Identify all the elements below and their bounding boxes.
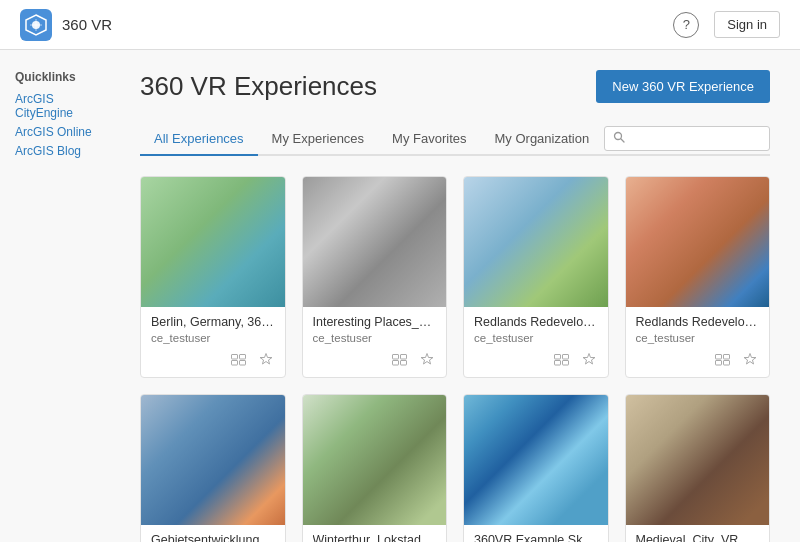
sidebar-link-blog[interactable]: ArcGIS Blog [15, 144, 95, 158]
card-name: Gebietsentwicklung_Man... [151, 533, 275, 542]
svg-marker-18 [583, 354, 595, 365]
svg-marker-13 [421, 354, 433, 365]
tab-my-experiences[interactable]: My Experiences [258, 123, 378, 156]
card-info: Interesting Places_360VR.js ce_testuser [303, 307, 447, 377]
svg-marker-8 [260, 354, 272, 365]
svg-rect-9 [393, 354, 399, 359]
app-layout: Quicklinks ArcGIS CityEngine ArcGIS Onli… [0, 50, 800, 542]
search-input[interactable] [631, 131, 761, 146]
card-thumbnail [303, 177, 447, 307]
svg-rect-20 [724, 354, 730, 359]
card-thumbnail [464, 395, 608, 525]
svg-rect-16 [554, 360, 560, 365]
svg-line-3 [621, 139, 624, 142]
card-thumbnail-toggle[interactable] [552, 351, 572, 371]
card-name: Interesting Places_360VR.js [313, 315, 437, 329]
experience-card[interactable]: Redlands Redevelopment ce_testuser [625, 176, 771, 378]
svg-rect-7 [239, 360, 245, 365]
experience-card[interactable]: 360VR Example Skybridge... ce_testuser [463, 394, 609, 542]
app-title: 360 VR [62, 16, 112, 33]
tabs-row: All Experiences My Experiences My Favori… [140, 123, 770, 156]
card-info: 360VR Example Skybridge... ce_testuser [464, 525, 608, 542]
card-user: ce_testuser [151, 332, 275, 344]
card-name: Winterthur_Lokstadt_v1 c... [313, 533, 437, 542]
svg-rect-17 [562, 360, 568, 365]
card-thumbnail-toggle[interactable] [713, 351, 733, 371]
card-favorite-button[interactable] [741, 350, 759, 371]
page-title: 360 VR Experiences [140, 71, 377, 102]
card-info: Gebietsentwicklung_Man... ce_testuser [141, 525, 285, 542]
card-thumbnail [141, 177, 285, 307]
card-name: Medieval_City_VR [636, 533, 760, 542]
card-thumbnail [303, 395, 447, 525]
sidebar-link-cityengine[interactable]: ArcGIS CityEngine [15, 92, 95, 120]
experience-card[interactable]: Berlin, Germany, 360 VR E... ce_testuser [140, 176, 286, 378]
svg-rect-14 [554, 354, 560, 359]
experience-card[interactable]: Gebietsentwicklung_Man... ce_testuser [140, 394, 286, 542]
card-favorite-button[interactable] [257, 350, 275, 371]
card-name: Redlands Redevelopment ... [474, 315, 598, 329]
card-actions [313, 350, 437, 371]
card-name: Berlin, Germany, 360 VR E... [151, 315, 275, 329]
experience-card[interactable]: Interesting Places_360VR.js ce_testuser [302, 176, 448, 378]
card-favorite-button[interactable] [418, 350, 436, 371]
page-header: 360 VR Experiences New 360 VR Experience [140, 70, 770, 103]
experience-card[interactable]: Redlands Redevelopment ... ce_testuser [463, 176, 609, 378]
new-experience-button[interactable]: New 360 VR Experience [596, 70, 770, 103]
svg-rect-15 [562, 354, 568, 359]
svg-rect-19 [716, 354, 722, 359]
card-favorite-button[interactable] [580, 350, 598, 371]
card-user: ce_testuser [636, 332, 760, 344]
card-thumbnail-toggle[interactable] [390, 351, 410, 371]
card-info: Winterthur_Lokstadt_v1 c... ce_testuser [303, 525, 447, 542]
svg-marker-23 [744, 354, 756, 365]
card-user: ce_testuser [313, 332, 437, 344]
svg-rect-6 [231, 360, 237, 365]
search-box [604, 126, 770, 151]
card-actions [474, 350, 598, 371]
card-info: Redlands Redevelopment ... ce_testuser [464, 307, 608, 377]
experience-card[interactable]: Medieval_City_VR ce_testuser [625, 394, 771, 542]
card-user: ce_testuser [474, 332, 598, 344]
card-info: Berlin, Germany, 360 VR E... ce_testuser [141, 307, 285, 377]
svg-rect-21 [716, 360, 722, 365]
card-info: Medieval_City_VR ce_testuser [626, 525, 770, 542]
card-info: Redlands Redevelopment ce_testuser [626, 307, 770, 377]
sidebar-link-online[interactable]: ArcGIS Online [15, 125, 95, 139]
card-thumbnail [626, 395, 770, 525]
tab-my-organization[interactable]: My Organization [481, 123, 604, 156]
app-header: 360 VR ? Sign in [0, 0, 800, 50]
main-content: 360 VR Experiences New 360 VR Experience… [110, 50, 800, 542]
card-thumbnail [626, 177, 770, 307]
card-name: 360VR Example Skybridge... [474, 533, 598, 542]
svg-rect-4 [231, 354, 237, 359]
card-thumbnail-toggle[interactable] [229, 351, 249, 371]
tab-all-experiences[interactable]: All Experiences [140, 123, 258, 156]
tab-my-favorites[interactable]: My Favorites [378, 123, 480, 156]
header-left: 360 VR [20, 9, 112, 41]
svg-rect-5 [239, 354, 245, 359]
quicklinks-label: Quicklinks [15, 70, 95, 84]
header-right: ? Sign in [673, 11, 780, 38]
card-actions [151, 350, 275, 371]
card-thumbnail [141, 395, 285, 525]
svg-rect-22 [724, 360, 730, 365]
experiences-grid: Berlin, Germany, 360 VR E... ce_testuser [140, 176, 770, 542]
svg-rect-10 [401, 354, 407, 359]
app-logo [20, 9, 52, 41]
card-name: Redlands Redevelopment [636, 315, 760, 329]
sidebar: Quicklinks ArcGIS CityEngine ArcGIS Onli… [0, 50, 110, 542]
card-thumbnail [464, 177, 608, 307]
card-actions [636, 350, 760, 371]
experience-card[interactable]: Winterthur_Lokstadt_v1 c... ce_testuser [302, 394, 448, 542]
help-button[interactable]: ? [673, 12, 699, 38]
search-icon [613, 131, 625, 146]
svg-rect-11 [393, 360, 399, 365]
svg-rect-12 [401, 360, 407, 365]
signin-button[interactable]: Sign in [714, 11, 780, 38]
tab-list: All Experiences My Experiences My Favori… [140, 123, 603, 154]
